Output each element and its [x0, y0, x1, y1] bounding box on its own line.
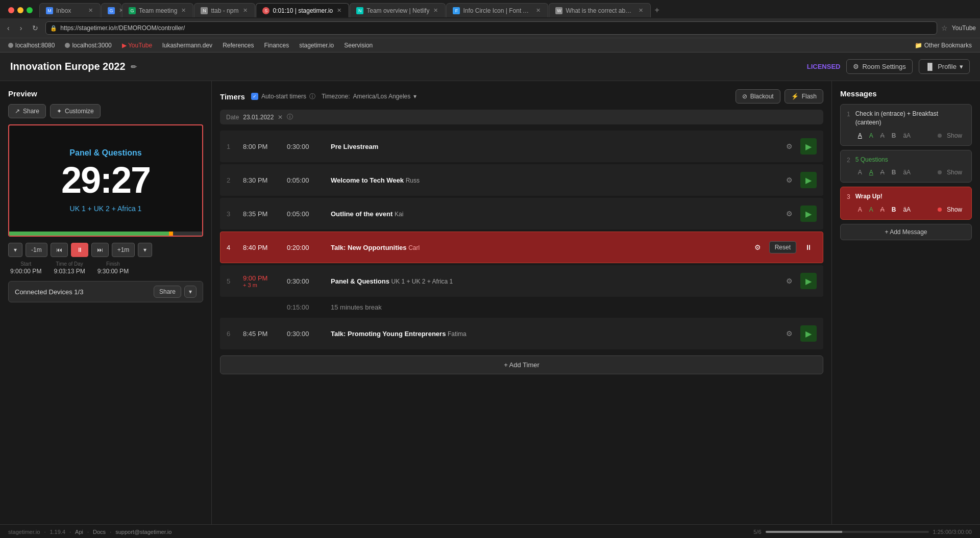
flash-button[interactable]: ⚡ Flash [785, 89, 823, 104]
msg-font-a-btn-3[interactable]: A [855, 205, 865, 214]
browser-tab-ttab[interactable]: N ttab - npm ✕ [194, 3, 255, 17]
browser-tab-abbreviation[interactable]: W What is the correct abbreviati... ✕ [549, 3, 651, 17]
msg-content-2: 5 Questions A A A B äA Show [855, 156, 965, 177]
browser-tab-meeting[interactable]: G Team meeting ✕ [122, 3, 193, 17]
timer-play-btn-2[interactable]: ▶ [800, 172, 817, 188]
msg-font-a3-btn-1[interactable]: A [878, 131, 887, 140]
timer-settings-btn-3[interactable]: ⚙ [782, 207, 796, 221]
msg-show-btn-3[interactable]: Show [944, 205, 965, 214]
tab-title-abbreviation: What is the correct abbreviati... [566, 7, 634, 14]
back-button[interactable]: ‹ [4, 22, 13, 34]
msg-font-b-btn-2[interactable]: B [889, 168, 899, 177]
timezone-label: Timezone: [322, 93, 350, 100]
licensed-badge: LICENSED [807, 63, 841, 70]
msg-font-aa-btn-3[interactable]: äA [900, 205, 913, 214]
refresh-button[interactable]: ↻ [29, 22, 41, 34]
timer-settings-btn-5[interactable]: ⚙ [782, 274, 796, 288]
msg-font-a3-btn-3[interactable]: A [878, 205, 887, 214]
address-bar[interactable]: 🔒 https://stagetimer.io/r/DEMOROOM/contr… [45, 21, 937, 35]
plus1m-dropdown-button[interactable]: ▾ [138, 243, 152, 257]
browser-tab-2[interactable]: G ✕ [101, 3, 121, 17]
tab-close-fontawesome[interactable]: ✕ [535, 6, 542, 15]
bookmark-localhost8080[interactable]: localhost:8080 [4, 41, 59, 50]
bookmark-star-icon[interactable]: ☆ [941, 24, 948, 32]
bookmark-references[interactable]: References [218, 41, 258, 50]
profile-button[interactable]: ▐▌ Profile ▾ [919, 59, 970, 74]
status-support-link[interactable]: support@stagetimer.io [115, 529, 172, 535]
tab-close-stagetimer[interactable]: ✕ [336, 6, 342, 15]
browser-tab-fontawesome[interactable]: F Info Circle Icon | Font Aweso... ✕ [446, 3, 548, 17]
timer-settings-btn-1[interactable]: ⚙ [782, 139, 796, 153]
msg-font-a2-btn-2[interactable]: A [867, 168, 876, 177]
auto-start-checkbox[interactable]: ✓ [251, 93, 258, 100]
tab-close-inbox[interactable]: ✕ [87, 6, 94, 15]
room-settings-button[interactable]: ⚙ Room Settings [846, 59, 912, 74]
timer-play-btn-3[interactable]: ▶ [800, 206, 817, 222]
msg-font-a2-btn-1[interactable]: A [867, 131, 876, 140]
blackout-button[interactable]: ⊘ Blackout [736, 89, 780, 104]
timer-row-5: 5 9:00 PM + 3 m 0:30:00 Panel & Question… [220, 265, 823, 297]
lock-icon: 🔒 [50, 25, 57, 32]
msg-font-b-btn-1[interactable]: B [889, 131, 899, 140]
share-dropdown-button[interactable]: ▾ [184, 286, 197, 298]
minus1m-button[interactable]: -1m [26, 243, 47, 257]
timer-settings-btn-4[interactable]: ⚙ [751, 240, 765, 254]
bookmark-localhost3000[interactable]: localhost:3000 [61, 41, 115, 50]
bookmark-seervision[interactable]: Seervision [340, 41, 377, 50]
date-info-button[interactable]: ⓘ [287, 113, 293, 121]
tab-close-abbreviation[interactable]: ✕ [638, 6, 644, 15]
tab-close-ttab[interactable]: ✕ [242, 6, 249, 15]
share-connected-button[interactable]: Share [154, 286, 181, 298]
maximize-window-btn[interactable] [27, 7, 33, 13]
plus1m-button[interactable]: +1m [112, 243, 135, 257]
timer-settings-btn-2[interactable]: ⚙ [782, 173, 796, 187]
browser-tab-stagetimer[interactable]: S 0:01:10 | stagetimer.io ✕ [256, 3, 349, 17]
bookmark-lukashermann[interactable]: lukashermann.dev [158, 41, 216, 50]
close-window-btn[interactable] [8, 7, 14, 13]
status-bar: stagetimer.io · 1.19.4 · Api · Docs · su… [0, 524, 980, 538]
timer-play-btn-6[interactable]: ▶ [800, 325, 817, 342]
skip-back-button[interactable]: ⏮ [51, 243, 68, 257]
timezone-selector[interactable]: Timezone: America/Los Angeles ▾ [322, 93, 416, 100]
browser-tab-netlify[interactable]: N Team overview | Netlify ✕ [350, 3, 446, 17]
msg-font-a3-btn-2[interactable]: A [878, 168, 887, 177]
tab-close-meeting[interactable]: ✕ [180, 6, 187, 15]
bookmark-youtube[interactable]: ▶ YouTube [118, 41, 156, 50]
new-tab-button[interactable]: + [651, 6, 662, 15]
bookmark-stagetimer[interactable]: stagetimer.io [295, 41, 338, 50]
timer-reset-btn-4[interactable]: Reset [769, 241, 796, 253]
skip-forward-button[interactable]: ⏭ [91, 243, 109, 257]
timer-title-6: Talk: Promoting Young Entrepreners Fatim… [331, 330, 774, 338]
msg-font-aa-btn-2[interactable]: äA [900, 168, 913, 177]
msg-status-dot-1 [938, 134, 942, 138]
minimize-window-btn[interactable] [17, 7, 23, 13]
bookmark-finances[interactable]: Finances [260, 41, 293, 50]
date-clear-button[interactable]: ✕ [278, 114, 283, 121]
minus1m-dropdown-button[interactable]: ▾ [8, 243, 22, 257]
msg-font-a-btn-1[interactable]: A [855, 131, 865, 140]
share-icon: ↗ [15, 108, 20, 115]
add-timer-button[interactable]: + Add Timer [220, 355, 823, 374]
add-timer-label: + Add Timer [504, 361, 540, 369]
msg-font-b-btn-3[interactable]: B [889, 205, 899, 214]
share-button[interactable]: ↗ Share [8, 104, 46, 118]
msg-font-a2-btn-3[interactable]: A [867, 205, 876, 214]
msg-show-btn-2[interactable]: Show [944, 168, 965, 177]
bookmark-other[interactable]: 📁 Other Bookmarks [911, 41, 976, 50]
browser-tab-inbox[interactable]: M Inbox ✕ [39, 3, 101, 17]
msg-show-btn-1[interactable]: Show [944, 131, 965, 140]
timer-play-btn-5[interactable]: ▶ [800, 273, 817, 289]
status-docs-link[interactable]: Docs [93, 529, 106, 535]
timer-play-btn-1[interactable]: ▶ [800, 138, 817, 155]
customize-button[interactable]: ✦ Customize [50, 104, 101, 118]
timer-settings-btn-6[interactable]: ⚙ [782, 326, 796, 341]
forward-button[interactable]: › [17, 22, 26, 34]
tab-close-netlify[interactable]: ✕ [432, 6, 439, 15]
msg-font-aa-btn-1[interactable]: äA [900, 131, 913, 140]
pause-button[interactable]: ⏸ [71, 243, 88, 257]
msg-font-a-btn-2[interactable]: A [855, 168, 865, 177]
timer-pause-btn-4[interactable]: ⏸ [800, 239, 817, 255]
edit-title-icon[interactable]: ✏ [131, 63, 137, 71]
status-api-link[interactable]: Api [75, 529, 83, 535]
add-message-button[interactable]: + Add Message [840, 224, 972, 240]
